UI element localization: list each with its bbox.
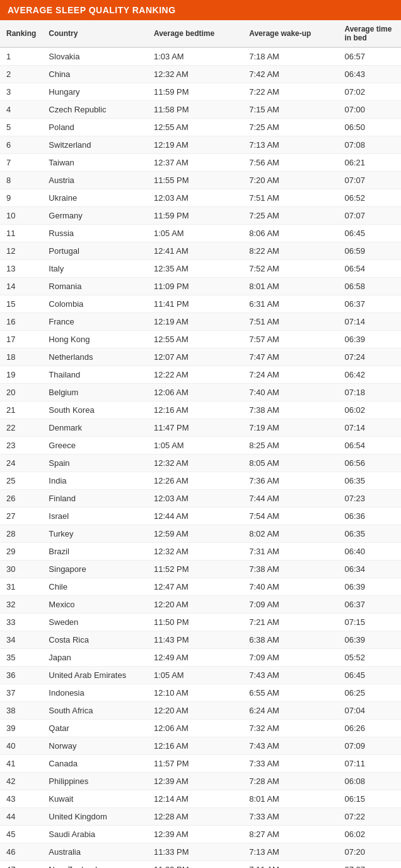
table-row: 43Kuwait12:14 AM8:01 AM06:15 <box>0 790 401 808</box>
timeinbed-cell: 06:59 <box>338 242 401 260</box>
timeinbed-cell: 07:14 <box>338 313 401 331</box>
bedtime-cell: 11:29 PM <box>148 861 243 869</box>
timeinbed-cell: 06:58 <box>338 278 401 295</box>
rank-cell: 27 <box>0 508 42 525</box>
country-cell: Colombia <box>42 295 148 313</box>
wakeup-cell: 7:19 AM <box>243 419 338 437</box>
timeinbed-cell: 06:45 <box>338 667 401 684</box>
rank-cell: 25 <box>0 472 42 490</box>
bedtime-cell: 12:14 AM <box>148 790 243 808</box>
bedtime-cell: 12:37 AM <box>148 154 243 172</box>
timeinbed-cell: 06:39 <box>338 578 401 596</box>
country-cell: Taiwan <box>42 154 148 172</box>
wakeup-cell: 7:56 AM <box>243 154 338 172</box>
table-row: 4Czech Republic11:58 PM7:15 AM07:00 <box>0 101 401 119</box>
bedtime-cell: 12:20 AM <box>148 596 243 614</box>
table-row: 13Italy12:35 AM7:52 AM06:54 <box>0 260 401 278</box>
country-cell: Greece <box>42 437 148 455</box>
bedtime-cell: 11:41 PM <box>148 295 243 313</box>
table-row: 31Chile12:47 AM7:40 AM06:39 <box>0 578 401 596</box>
country-cell: Portugal <box>42 242 148 260</box>
timeinbed-cell: 06:45 <box>338 225 401 242</box>
rank-cell: 28 <box>0 525 42 543</box>
timeinbed-cell: 06:15 <box>338 790 401 808</box>
country-cell: Qatar <box>42 720 148 737</box>
table-header: Ranking Country Average bedtime Average … <box>0 20 401 47</box>
wakeup-cell: 7:32 AM <box>243 720 338 737</box>
table-row: 33Sweden11:50 PM7:21 AM07:15 <box>0 614 401 631</box>
wakeup-cell: 7:11 AM <box>243 861 338 869</box>
rank-cell: 24 <box>0 455 42 472</box>
timeinbed-cell: 06:42 <box>338 366 401 384</box>
bedtime-cell: 12:16 AM <box>148 401 243 419</box>
timeinbed-cell: 06:34 <box>338 561 401 578</box>
country-cell: South Africa <box>42 702 148 720</box>
wakeup-cell: 7:31 AM <box>243 543 338 561</box>
bedtime-cell: 11:59 PM <box>148 207 243 225</box>
bedtime-cell: 12:10 AM <box>148 684 243 702</box>
bedtime-cell: 1:03 AM <box>148 47 243 66</box>
country-cell: France <box>42 313 148 331</box>
rank-cell: 38 <box>0 702 42 720</box>
bedtime-cell: 11:43 PM <box>148 631 243 649</box>
wakeup-cell: 7:33 AM <box>243 808 338 826</box>
wakeup-cell: 8:25 AM <box>243 437 338 455</box>
timeinbed-cell: 06:52 <box>338 189 401 207</box>
country-cell: Chile <box>42 578 148 596</box>
timeinbed-cell: 06:39 <box>338 331 401 348</box>
table-row: 40Norway12:16 AM7:43 AM07:09 <box>0 737 401 755</box>
country-cell: Russia <box>42 225 148 242</box>
table-row: 15Colombia11:41 PM6:31 AM06:37 <box>0 295 401 313</box>
timeinbed-cell: 07:00 <box>338 101 401 119</box>
timeinbed-cell: 07:24 <box>338 348 401 366</box>
timeinbed-cell: 07:22 <box>338 808 401 826</box>
bedtime-cell: 1:05 AM <box>148 437 243 455</box>
timeinbed-cell: 06:54 <box>338 260 401 278</box>
wakeup-cell: 8:27 AM <box>243 826 338 843</box>
country-cell: Turkey <box>42 525 148 543</box>
wakeup-cell: 7:44 AM <box>243 490 338 508</box>
bedtime-cell: 1:05 AM <box>148 667 243 684</box>
rank-cell: 21 <box>0 401 42 419</box>
timeinbed-cell: 07:07 <box>338 172 401 189</box>
bedtime-cell: 12:26 AM <box>148 472 243 490</box>
table-row: 38South Africa12:20 AM6:24 AM07:04 <box>0 702 401 720</box>
table-row: 9Ukraine12:03 AM7:51 AM06:52 <box>0 189 401 207</box>
country-cell: Saudi Arabia <box>42 826 148 843</box>
rank-cell: 40 <box>0 737 42 755</box>
timeinbed-cell: 06:35 <box>338 525 401 543</box>
rank-cell: 13 <box>0 260 42 278</box>
wakeup-cell: 8:01 AM <box>243 790 338 808</box>
rank-cell: 1 <box>0 47 42 66</box>
rank-cell: 11 <box>0 225 42 242</box>
timeinbed-cell: 07:14 <box>338 419 401 437</box>
table-row: 19Thailand12:22 AM7:24 AM06:42 <box>0 366 401 384</box>
rank-cell: 19 <box>0 366 42 384</box>
table-body: 1Slovakia1:03 AM7:18 AM06:572China12:32 … <box>0 47 401 868</box>
timeinbed-cell: 06:08 <box>338 773 401 790</box>
rank-cell: 46 <box>0 843 42 861</box>
title-bar: AVERAGE SLEEP QUALITY RANKING <box>0 0 401 20</box>
bedtime-cell: 11:33 PM <box>148 843 243 861</box>
page-title: AVERAGE SLEEP QUALITY RANKING <box>8 5 176 15</box>
country-cell: Indonesia <box>42 684 148 702</box>
bedtime-cell: 11:55 PM <box>148 172 243 189</box>
rank-cell: 10 <box>0 207 42 225</box>
wakeup-cell: 7:24 AM <box>243 366 338 384</box>
bedtime-cell: 1:05 AM <box>148 225 243 242</box>
table-row: 35Japan12:49 AM7:09 AM05:52 <box>0 649 401 667</box>
rank-cell: 22 <box>0 419 42 437</box>
rank-cell: 20 <box>0 384 42 401</box>
bedtime-cell: 12:06 AM <box>148 384 243 401</box>
wakeup-cell: 8:22 AM <box>243 242 338 260</box>
country-cell: Australia <box>42 843 148 861</box>
country-cell: Poland <box>42 119 148 136</box>
country-cell: Thailand <box>42 366 148 384</box>
country-cell: Belgium <box>42 384 148 401</box>
rank-cell: 6 <box>0 136 42 154</box>
country-cell: United Arab Emirates <box>42 667 148 684</box>
country-cell: Hungary <box>42 83 148 101</box>
wakeup-cell: 7:51 AM <box>243 189 338 207</box>
col-bedtime: Average bedtime <box>148 20 243 47</box>
bedtime-cell: 12:28 AM <box>148 808 243 826</box>
